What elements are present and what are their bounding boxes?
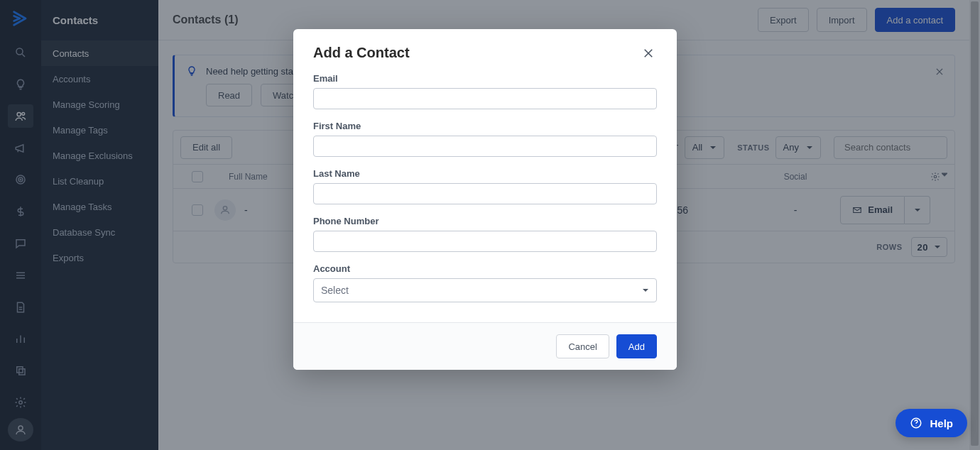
help-fab-label: Help <box>930 417 953 429</box>
phone-input[interactable] <box>313 231 657 252</box>
close-icon <box>642 47 655 60</box>
help-icon <box>910 417 922 429</box>
modal-add-button[interactable]: Add <box>616 334 657 358</box>
account-label: Account <box>313 263 657 274</box>
account-select[interactable]: Select <box>313 278 657 302</box>
modal-title: Add a Contact <box>313 45 410 61</box>
account-select-value: Select <box>321 285 349 296</box>
modal-cancel-button[interactable]: Cancel <box>556 334 609 358</box>
help-fab[interactable]: Help <box>895 409 967 437</box>
last-name-input[interactable] <box>313 183 657 204</box>
chevron-down-icon <box>642 287 649 294</box>
phone-label: Phone Number <box>313 216 657 226</box>
email-label: Email <box>313 73 657 84</box>
add-contact-modal: Add a Contact Email First Name Last Name… <box>293 29 677 370</box>
last-name-label: Last Name <box>313 168 657 179</box>
first-name-label: First Name <box>313 121 657 131</box>
modal-close-button[interactable] <box>640 45 657 62</box>
email-input[interactable] <box>313 88 657 109</box>
first-name-input[interactable] <box>313 136 657 157</box>
svg-point-29 <box>916 425 917 426</box>
